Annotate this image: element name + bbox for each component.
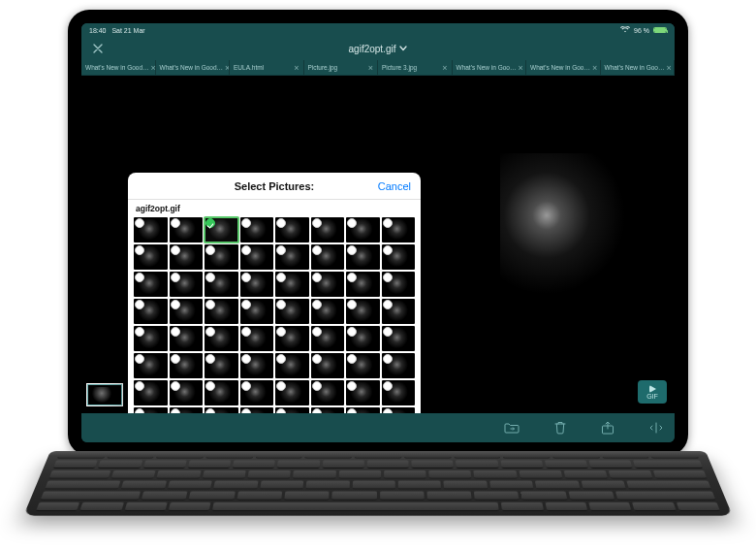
tab[interactable]: What's New in Goo…× bbox=[453, 60, 527, 75]
tab[interactable]: Picture 3.jpg× bbox=[378, 60, 453, 75]
frame-thumbnail[interactable] bbox=[382, 299, 416, 324]
frame-thumbnail[interactable] bbox=[311, 326, 345, 351]
tab[interactable]: Picture.jpg× bbox=[304, 60, 379, 75]
tab[interactable]: What's New in Goo…× bbox=[526, 60, 601, 75]
frame-thumbnail[interactable] bbox=[382, 217, 416, 243]
frame-thumbnail[interactable] bbox=[205, 244, 238, 270]
frame-thumbnail[interactable] bbox=[134, 326, 168, 351]
tab[interactable]: What's New in Good…× bbox=[156, 60, 231, 75]
filmstrip-thumbnail[interactable] bbox=[87, 384, 122, 405]
frame-thumbnail[interactable] bbox=[311, 353, 345, 378]
frame-thumbnail[interactable] bbox=[205, 299, 238, 324]
wifi-icon bbox=[620, 26, 630, 34]
frame-thumbnail[interactable] bbox=[170, 272, 204, 297]
frames-grid[interactable] bbox=[128, 215, 421, 413]
frame-thumbnail[interactable] bbox=[205, 380, 238, 405]
tab[interactable]: What's New in Goo…× bbox=[601, 60, 676, 75]
frame-thumbnail[interactable] bbox=[170, 380, 204, 405]
gif-play-button[interactable]: GIF bbox=[638, 380, 667, 404]
frame-thumbnail[interactable] bbox=[275, 380, 309, 405]
frame-thumbnail[interactable] bbox=[275, 244, 309, 270]
frame-thumbnail[interactable] bbox=[240, 353, 274, 378]
selection-check-icon bbox=[135, 218, 144, 228]
close-tab-icon[interactable]: × bbox=[368, 63, 373, 73]
frame-thumbnail[interactable] bbox=[311, 299, 345, 324]
frame-thumbnail[interactable] bbox=[240, 217, 274, 243]
frame-thumbnail[interactable] bbox=[346, 272, 380, 297]
select-pictures-popover: Select Pictures: Cancel agif2opt.gif Sel… bbox=[128, 173, 421, 413]
share-icon[interactable] bbox=[601, 421, 614, 435]
close-tab-icon[interactable]: × bbox=[666, 63, 671, 73]
close-tab-icon[interactable]: × bbox=[442, 63, 447, 73]
frame-thumbnail[interactable] bbox=[382, 244, 416, 270]
gif-label: GIF bbox=[646, 393, 658, 400]
frame-thumbnail[interactable] bbox=[275, 272, 309, 297]
ipad-device-frame: 18:40 Sat 21 Mar 96 % agif2opt.gif bbox=[68, 10, 688, 456]
frame-thumbnail[interactable] bbox=[311, 380, 345, 405]
chevron-down-icon[interactable] bbox=[399, 44, 407, 53]
frame-thumbnail[interactable] bbox=[346, 326, 380, 351]
frame-thumbnail[interactable] bbox=[170, 326, 204, 351]
play-icon bbox=[649, 385, 656, 393]
close-tab-icon[interactable]: × bbox=[294, 63, 299, 73]
frame-thumbnail[interactable] bbox=[205, 272, 238, 297]
frame-thumbnail[interactable] bbox=[346, 217, 380, 243]
image-viewer[interactable]: GIF Select Pictures: Cancel agif2opt.gif… bbox=[81, 76, 675, 413]
frame-thumbnail[interactable] bbox=[134, 272, 168, 297]
frame-thumbnail[interactable] bbox=[346, 353, 380, 378]
frame-thumbnail[interactable] bbox=[240, 299, 274, 324]
tab[interactable]: What's New in Good…× bbox=[81, 60, 156, 75]
document-title[interactable]: agif2opt.gif bbox=[349, 44, 396, 54]
selection-check-icon bbox=[135, 327, 144, 337]
move-to-folder-icon[interactable] bbox=[504, 422, 520, 434]
frame-thumbnail[interactable] bbox=[311, 244, 345, 270]
close-icon[interactable] bbox=[89, 40, 107, 57]
frame-thumbnail[interactable] bbox=[275, 326, 309, 351]
frame-thumbnail[interactable] bbox=[134, 299, 168, 324]
frame-thumbnail[interactable] bbox=[240, 272, 274, 297]
selection-check-icon bbox=[347, 381, 357, 391]
frame-thumbnail[interactable] bbox=[134, 380, 168, 405]
frame-thumbnail[interactable] bbox=[311, 272, 345, 297]
frame-thumbnail[interactable] bbox=[240, 380, 274, 405]
frame-thumbnail[interactable] bbox=[240, 244, 274, 270]
frame-thumbnail[interactable] bbox=[170, 353, 204, 378]
frame-thumbnail[interactable] bbox=[275, 217, 309, 243]
frame-thumbnail[interactable] bbox=[311, 217, 345, 243]
frame-thumbnail[interactable] bbox=[170, 217, 204, 243]
expand-icon[interactable] bbox=[649, 421, 663, 435]
frame-thumbnail[interactable] bbox=[382, 272, 416, 297]
frame-thumbnail[interactable] bbox=[205, 217, 238, 243]
tab-label: What's New in Goo… bbox=[530, 64, 590, 71]
close-tab-icon[interactable]: × bbox=[592, 63, 597, 73]
frame-thumbnail[interactable] bbox=[170, 299, 204, 324]
cancel-button[interactable]: Cancel bbox=[378, 180, 411, 192]
selection-check-icon bbox=[171, 327, 180, 337]
frame-thumbnail[interactable] bbox=[382, 353, 416, 378]
selection-check-icon bbox=[241, 354, 251, 364]
trash-icon[interactable] bbox=[554, 421, 566, 435]
selection-check-icon bbox=[347, 245, 357, 255]
tab[interactable]: EULA.html× bbox=[230, 60, 304, 75]
frame-thumbnail[interactable] bbox=[205, 326, 238, 351]
displayed-image bbox=[500, 153, 655, 308]
frame-thumbnail[interactable] bbox=[134, 353, 168, 378]
frame-thumbnail[interactable] bbox=[382, 326, 416, 351]
frame-thumbnail[interactable] bbox=[346, 299, 380, 324]
frame-thumbnail[interactable] bbox=[170, 244, 204, 270]
frame-thumbnail[interactable] bbox=[275, 299, 309, 324]
frame-thumbnail[interactable] bbox=[240, 326, 274, 351]
selection-check-icon bbox=[135, 381, 144, 391]
frame-thumbnail[interactable] bbox=[205, 353, 238, 378]
selection-check-icon bbox=[205, 408, 215, 413]
frame-thumbnail[interactable] bbox=[346, 380, 380, 405]
selection-check-icon bbox=[383, 327, 393, 337]
frame-thumbnail[interactable] bbox=[134, 244, 168, 270]
close-tab-icon[interactable]: × bbox=[518, 63, 522, 73]
frame-thumbnail[interactable] bbox=[134, 217, 168, 243]
frame-thumbnail[interactable] bbox=[275, 353, 309, 378]
selection-check-icon bbox=[312, 245, 322, 255]
tab-label: EULA.html bbox=[234, 64, 264, 71]
frame-thumbnail[interactable] bbox=[382, 380, 416, 405]
frame-thumbnail[interactable] bbox=[346, 244, 380, 270]
